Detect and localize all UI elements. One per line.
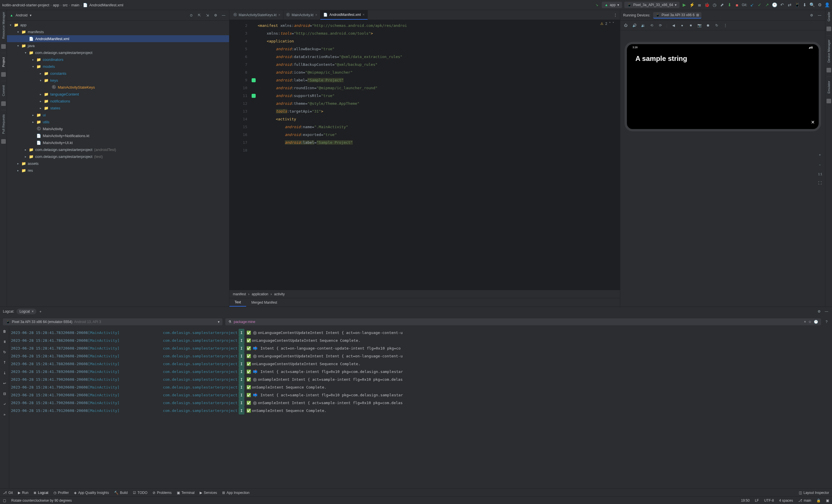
tree-arrow-icon[interactable]: ▸ [16, 162, 20, 165]
tree-row[interactable]: ▸📁ui [7, 111, 229, 118]
gear-icon[interactable]: ⚙ [809, 13, 814, 18]
scroll-bottom-icon[interactable]: ⤓ [3, 371, 6, 375]
manifest-sub-tab[interactable]: Text [229, 299, 246, 307]
breadcrumb-item[interactable]: main [71, 3, 79, 7]
tree-row[interactable]: ▾📁java [7, 42, 229, 49]
nav-down-icon[interactable]: ˅ [613, 22, 614, 26]
tree-row[interactable]: ▾📁com.delasign.samplestarterproject [7, 49, 229, 56]
rail-icon[interactable] [827, 99, 831, 103]
scroll-top-icon[interactable]: ⤒ [3, 361, 6, 365]
rail-icon[interactable] [827, 68, 831, 73]
encoding[interactable]: UTF-8 [764, 499, 774, 503]
emulator-screen[interactable]: 3:28 ◢ ▮ A sample string ✕ [625, 42, 821, 131]
editor-tab[interactable]: ⓀMainActivityStateKeys.kt× [231, 10, 283, 20]
bc-item[interactable]: manifest [233, 292, 246, 296]
gear-icon[interactable]: ⚙ [213, 13, 218, 18]
volume-down-icon[interactable]: 🔉 [641, 23, 646, 28]
log-line[interactable]: 2023-06-28 15:28:41.790 20608-20608 [Mai… [11, 391, 830, 399]
vcs-icon[interactable]: ⇄ [787, 2, 792, 7]
code-editor[interactable]: 23456789101112131415161718 <manifest xml… [229, 20, 620, 290]
close-icon[interactable]: × [315, 13, 317, 17]
tree-arrow-icon[interactable]: ▸ [16, 169, 20, 172]
layout-inspector-button[interactable]: ◫ Layout Inspector [799, 491, 829, 495]
logcat-tab[interactable]: Logcat × [17, 309, 36, 314]
tree-arrow-icon[interactable]: ▸ [39, 100, 42, 103]
bottom-tool-problems[interactable]: ⊘ Problems [153, 491, 172, 495]
rail-project[interactable]: Project [2, 57, 5, 67]
tree-arrow-icon[interactable]: ▾ [16, 30, 20, 33]
project-view-label[interactable]: Android [16, 13, 27, 17]
tree-row[interactable]: ▾📁manifests [7, 28, 229, 35]
bottom-tool-git[interactable]: ⎇ Git [3, 491, 13, 495]
close-icon[interactable]: × [278, 13, 280, 17]
tree-row[interactable]: ▸📁notifications [7, 97, 229, 105]
tree-arrow-icon[interactable]: ▾ [16, 44, 20, 47]
help-icon[interactable]: ? [824, 319, 829, 325]
line-separator[interactable]: LF [755, 499, 759, 503]
git-push-icon[interactable]: ↗ [764, 2, 770, 7]
android-gutter-icon[interactable] [252, 94, 256, 98]
tree-arrow-icon[interactable]: ▸ [31, 113, 35, 117]
git-branch[interactable]: ⎇ main [798, 499, 811, 503]
tree-row[interactable]: ▸📁languageContent [7, 91, 229, 97]
logcat-device-dropdown[interactable]: 📱 Pixel 3a API 33 x86 64 (emulator-5554)… [3, 318, 223, 325]
zoom-out-icon[interactable]: － [818, 162, 822, 167]
lock-icon[interactable]: 🔒 [816, 499, 821, 503]
log-line[interactable]: 2023-06-28 15:28:41.790 20608-20608 [Mai… [11, 383, 830, 391]
delete-icon[interactable]: 🗑 [3, 329, 6, 333]
more-icon[interactable]: ⋮ [723, 23, 728, 28]
log-line[interactable]: 2023-06-28 15:28:41.790 20608-20608 [Mai… [11, 375, 830, 383]
coverage-button[interactable]: ⬈ [719, 2, 725, 7]
breadcrumb-item[interactable]: kotlin-android-starter-project [2, 3, 49, 7]
home-icon[interactable]: ● [679, 23, 685, 28]
breadcrumb-item[interactable]: src [63, 3, 68, 7]
rail-gradle[interactable]: Gradle [827, 12, 831, 21]
log-line[interactable]: 2023-06-28 15:28:41.791 20608-20608 [Mai… [11, 407, 830, 415]
tree-arrow-icon[interactable]: ▸ [39, 72, 42, 75]
target-icon[interactable]: ⊙ [189, 13, 194, 18]
rail-resource-manager[interactable]: Resource Manager [2, 12, 5, 39]
close-icon[interactable]: × [363, 13, 365, 17]
project-tree[interactable]: ▾📁app▾📁manifests📄AndroidManifest.xml▾📁ja… [7, 21, 229, 307]
chevron-icon[interactable]: » [3, 413, 5, 417]
rail-icon[interactable] [1, 44, 6, 49]
bottom-tool-app-inspection[interactable]: ⊞ App Inspection [222, 491, 249, 495]
tree-arrow-icon[interactable]: ▸ [39, 93, 42, 96]
tree-row[interactable]: 📄MainActivity+UI.kt [7, 139, 229, 146]
zoom-expand-icon[interactable]: ⛶ [818, 181, 822, 185]
tree-arrow-icon[interactable]: ▾ [9, 23, 12, 27]
rail-icon[interactable] [827, 27, 831, 31]
expand-icon[interactable]: ⇱ [197, 13, 202, 18]
log-line[interactable]: 2023-06-28 15:28:41.789 20608-20608 [Mai… [11, 368, 830, 375]
pause-icon[interactable]: ⏸ [3, 340, 6, 344]
tree-row[interactable]: ▾📁keys [7, 77, 229, 84]
tree-row[interactable]: ⓀMainActivityStateKeys [7, 84, 229, 91]
restart-icon[interactable]: ↻ [3, 350, 6, 354]
tree-row[interactable]: ▾📁models [7, 63, 229, 70]
tree-arrow-icon[interactable]: ▾ [24, 51, 27, 54]
breadcrumb-item[interactable]: app [53, 3, 59, 7]
breadcrumb-item[interactable]: AndroidManifest.xml [89, 3, 123, 7]
run-button[interactable]: ▶ [682, 2, 687, 7]
tree-arrow-icon[interactable]: ▸ [24, 148, 27, 151]
bottom-tool-terminal[interactable]: ▣ Terminal [177, 491, 194, 495]
run-configuration-dropdown[interactable]: ▲ app ▾ [602, 2, 622, 8]
history-icon[interactable]: 🕐 [814, 320, 818, 324]
tabs-more-icon[interactable]: ⋮ [611, 13, 620, 17]
split-icon[interactable]: ⊟ [3, 392, 6, 396]
debug-button[interactable]: 🐞 [704, 2, 709, 7]
tree-arrow-icon[interactable]: ▾ [39, 79, 42, 82]
collapse-icon[interactable]: ⇲ [205, 13, 210, 18]
undo-icon[interactable]: ↶ [779, 2, 785, 7]
rail-commit[interactable]: Commit [2, 85, 5, 96]
tree-row[interactable]: ▸📁states [7, 105, 229, 111]
bc-item[interactable]: application [252, 292, 268, 296]
zoom-fit-icon[interactable]: 1:1 [818, 172, 822, 175]
bottom-tool-todo[interactable]: ☑ TODO [133, 491, 147, 495]
avatar[interactable]: 👤 [825, 2, 830, 7]
sdk-icon[interactable]: ⬇ [802, 2, 807, 7]
bottom-tool-build[interactable]: 🔨 Build [114, 491, 128, 495]
close-icon[interactable]: × [31, 309, 33, 313]
tooltip-icon[interactable]: ▢ [3, 499, 6, 503]
wrap-icon[interactable]: ↩ [3, 381, 6, 385]
